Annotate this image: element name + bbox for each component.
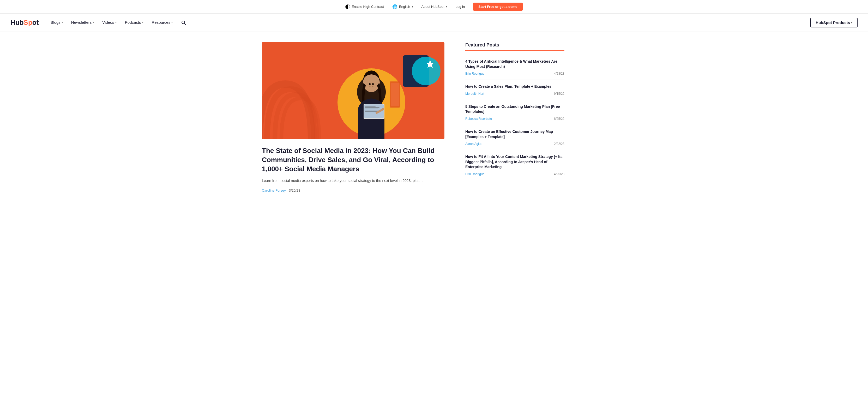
nav-videos[interactable]: Videos ▾: [99, 13, 120, 32]
featured-posts-sidebar: Featured Posts 4 Types of Arificial Inte…: [465, 42, 564, 180]
search-icon: [181, 20, 186, 25]
login-link[interactable]: Log in: [456, 5, 465, 9]
products-chevron-icon: ▾: [851, 21, 852, 24]
article-date: 3/20/23: [289, 189, 300, 192]
featured-post-5-title: How to Fit AI Into Your Content Marketin…: [465, 154, 564, 170]
about-chevron-icon: ▾: [446, 5, 447, 8]
contrast-label: Enable High Contrast: [351, 5, 384, 9]
nav-hubspot-products[interactable]: HubSpot Products ▾: [810, 18, 858, 27]
featured-post-1-title: 4 Types of Arificial Intelligence & What…: [465, 59, 564, 69]
blogs-chevron-icon: ▾: [62, 21, 63, 24]
resources-chevron-icon: ▾: [172, 21, 173, 24]
article-byline: Caroline Forsey 3/20/23: [262, 189, 444, 192]
svg-point-17: [372, 83, 374, 85]
featured-post-4-meta: Aaron Agius 2/22/23: [465, 142, 564, 146]
svg-rect-13: [365, 109, 378, 109]
featured-post-2-meta: Meredith Hart 9/15/22: [465, 92, 564, 95]
high-contrast-toggle[interactable]: Enable High Contrast: [345, 4, 384, 9]
svg-line-1: [184, 24, 186, 25]
nav-blogs-label: Blogs: [51, 20, 61, 25]
nav-newsletters-label: Newsletters: [71, 20, 92, 25]
featured-post-4-author[interactable]: Aaron Agius: [465, 142, 482, 146]
svg-rect-15: [365, 111, 377, 112]
main-article: The State of Social Media in 2023: How Y…: [262, 42, 444, 192]
podcasts-chevron-icon: ▾: [142, 21, 144, 24]
article-metadata: The State of Social Media in 2023: How Y…: [262, 146, 444, 192]
language-selector[interactable]: 🌐 English ▾: [392, 4, 413, 9]
featured-posts-title: Featured Posts: [465, 42, 564, 51]
logo-text: Hub: [10, 19, 24, 27]
featured-post-2-author[interactable]: Meredith Hart: [465, 92, 484, 95]
logo-spot: Sp: [24, 19, 32, 27]
content-area: The State of Social Media in 2023: How Y…: [251, 32, 617, 203]
featured-post-4-date: 2/22/23: [554, 142, 564, 146]
featured-post-4[interactable]: How to Create an Effective Customer Jour…: [465, 125, 564, 150]
featured-post-3[interactable]: 5 Steps to Create an Outstanding Marketi…: [465, 100, 564, 125]
start-free-button[interactable]: Start Free or get a demo: [473, 3, 523, 11]
featured-post-2-date: 9/15/22: [554, 92, 564, 95]
topbar: Enable High Contrast 🌐 English ▾ About H…: [0, 0, 868, 13]
article-author[interactable]: Caroline Forsey: [262, 189, 286, 192]
svg-rect-14: [365, 110, 379, 110]
featured-post-3-title: 5 Steps to Create an Outstanding Marketi…: [465, 104, 564, 114]
featured-post-5-author[interactable]: Erin Rodrigue: [465, 172, 484, 176]
hubspot-logo[interactable]: HubSpot: [10, 19, 39, 27]
featured-post-1[interactable]: 4 Types of Arificial Intelligence & What…: [465, 55, 564, 80]
globe-icon: 🌐: [392, 4, 398, 9]
featured-post-5[interactable]: How to Fit AI Into Your Content Marketin…: [465, 150, 564, 180]
main-navigation: HubSpot Blogs ▾ Newsletters ▾ Videos ▾ P…: [0, 13, 868, 32]
about-hubspot-link[interactable]: About HubSpot ▾: [422, 5, 447, 9]
featured-post-2[interactable]: How to Create a Sales Plan: Template + E…: [465, 80, 564, 100]
featured-post-3-author[interactable]: Rebecca Riserbato: [465, 117, 492, 121]
featured-post-3-date: 8/25/22: [554, 117, 564, 121]
featured-post-1-date: 4/28/23: [554, 72, 564, 76]
nav-blogs[interactable]: Blogs ▾: [47, 13, 66, 32]
contrast-icon: [345, 4, 350, 9]
featured-post-5-meta: Erin Rodrigue 4/25/23: [465, 172, 564, 176]
nav-resources-label: Resources: [152, 20, 170, 25]
featured-post-4-title: How to Create an Effective Customer Jour…: [465, 129, 564, 139]
hero-illustration: [262, 42, 444, 139]
language-label: English: [399, 5, 410, 9]
nav-links: Blogs ▾ Newsletters ▾ Videos ▾ Podcasts …: [47, 13, 808, 32]
featured-post-1-meta: Erin Rodrigue 4/28/23: [465, 72, 564, 76]
language-chevron-icon: ▾: [412, 5, 413, 8]
products-label: HubSpot Products: [815, 20, 850, 25]
svg-rect-12: [365, 107, 379, 108]
nav-podcasts-label: Podcasts: [125, 20, 141, 25]
svg-point-5: [412, 57, 440, 85]
newsletters-chevron-icon: ▾: [93, 21, 94, 24]
article-excerpt: Learn from social media experts on how t…: [262, 178, 444, 183]
svg-point-16: [369, 83, 371, 85]
featured-post-5-date: 4/25/23: [554, 172, 564, 176]
nav-videos-label: Videos: [102, 20, 114, 25]
featured-post-3-meta: Rebecca Riserbato 8/25/22: [465, 117, 564, 121]
article-title[interactable]: The State of Social Media in 2023: How Y…: [262, 146, 444, 174]
search-button[interactable]: [177, 13, 190, 32]
login-label: Log in: [456, 5, 465, 9]
nav-newsletters[interactable]: Newsletters ▾: [67, 13, 97, 32]
svg-rect-19: [391, 83, 399, 106]
videos-chevron-icon: ▾: [115, 21, 117, 24]
logo-text-2: ot: [32, 19, 39, 27]
featured-post-2-title: How to Create a Sales Plan: Template + E…: [465, 84, 564, 89]
nav-resources[interactable]: Resources ▾: [148, 13, 177, 32]
article-hero-image[interactable]: [262, 42, 444, 139]
svg-rect-11: [365, 106, 376, 107]
featured-post-1-author[interactable]: Erin Rodrigue: [465, 72, 484, 76]
nav-podcasts[interactable]: Podcasts ▾: [121, 13, 147, 32]
about-label: About HubSpot: [422, 5, 444, 9]
